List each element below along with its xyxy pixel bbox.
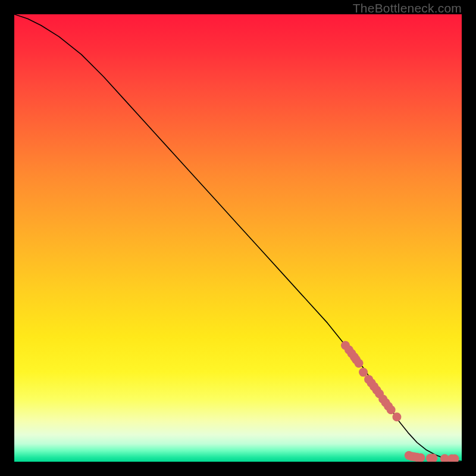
data-point [387, 405, 396, 414]
plot-area [14, 14, 462, 462]
watermark-text: TheBottleneck.com [353, 1, 462, 15]
curve-line [14, 14, 462, 461]
chart-overlay [14, 14, 462, 462]
data-point [359, 368, 368, 377]
chart-frame: TheBottleneck.com [0, 0, 476, 476]
scatter-points [341, 341, 459, 462]
data-point [355, 359, 364, 368]
data-point [392, 412, 401, 421]
